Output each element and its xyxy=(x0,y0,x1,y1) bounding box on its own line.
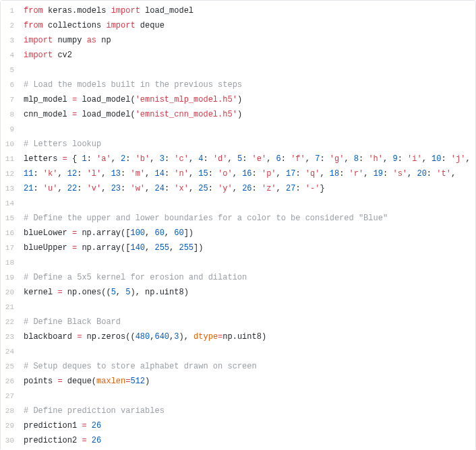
code-line[interactable]: prediction1 = 26 xyxy=(24,418,470,433)
token-plain: : xyxy=(87,154,96,164)
code-line[interactable]: # Letters lookup xyxy=(24,137,470,152)
token-str: '-' xyxy=(305,184,320,193)
token-plain: , xyxy=(276,169,286,179)
code-line[interactable]: import numpy as np xyxy=(24,33,470,48)
token-plain: , xyxy=(276,184,286,193)
code-line[interactable] xyxy=(24,300,470,315)
token-plain: load_model( xyxy=(77,110,135,119)
token-str: 'a' xyxy=(96,154,111,164)
code-line[interactable]: points = deque(maxlen=512) xyxy=(24,374,470,389)
token-num: 255 xyxy=(154,243,169,253)
token-plain: cnn_model xyxy=(24,110,72,119)
token-plain: : xyxy=(320,154,329,164)
token-str: 'w' xyxy=(130,184,145,193)
code-line[interactable]: # Define a 5x5 kernel for erosion and di… xyxy=(24,270,470,285)
line-number: 22 xyxy=(5,315,14,329)
token-op: = xyxy=(63,154,67,164)
token-str: 'n' xyxy=(174,169,189,179)
token-str: 'e' xyxy=(252,154,267,164)
code-line[interactable]: # Define Black Board xyxy=(24,315,470,329)
line-number: 13 xyxy=(5,181,14,196)
line-number: 14 xyxy=(5,196,14,211)
line-number: 4 xyxy=(5,48,14,63)
code-line[interactable]: letters = { 1: 'a', 2: 'b', 3: 'c', 4: '… xyxy=(24,152,470,166)
token-str: 'l' xyxy=(87,169,102,179)
token-str: 'f' xyxy=(291,154,305,164)
code-area[interactable]: from keras.models import load_modelfrom … xyxy=(21,1,475,450)
token-plain: np.zeros(( xyxy=(82,332,135,342)
code-line[interactable]: # Setup deques to store alphabet drawn o… xyxy=(24,359,470,374)
code-line[interactable]: blackboard = np.zeros((480,640,3), dtype… xyxy=(24,329,470,344)
line-number: 2 xyxy=(5,18,14,33)
code-line[interactable]: kernel = np.ones((5, 5), np.uint8) xyxy=(24,285,470,300)
code-line[interactable] xyxy=(24,122,470,137)
code-line[interactable]: # Define the upper and lower boundaries … xyxy=(24,211,470,226)
code-line[interactable]: 11: 'k', 12: 'l', 13: 'm', 14: 'n', 15: … xyxy=(24,166,470,181)
token-num: 140 xyxy=(130,243,145,253)
code-line[interactable] xyxy=(24,196,470,211)
token-plain: : xyxy=(121,169,130,179)
code-line[interactable] xyxy=(24,344,470,359)
line-number: 18 xyxy=(5,255,14,270)
token-plain: : xyxy=(208,169,218,179)
token-num: 11 xyxy=(24,169,33,179)
token-com: # Define prediction variables xyxy=(24,406,165,416)
token-kw: import xyxy=(24,36,53,45)
code-line[interactable]: 21: 'u', 22: 'v', 23: 'w', 24: 'x', 25: … xyxy=(24,181,470,196)
line-number: 20 xyxy=(5,285,14,300)
code-line[interactable] xyxy=(24,255,470,270)
token-plain: : xyxy=(208,184,218,193)
code-line[interactable]: cnn_model = load_model('emnist_cnn_model… xyxy=(24,107,470,122)
token-plain: , xyxy=(101,169,111,179)
token-plain: , xyxy=(111,154,121,164)
code-line[interactable]: prediction2 = 26 xyxy=(24,433,470,448)
code-line[interactable]: # Define prediction variables xyxy=(24,404,470,418)
token-plain: : xyxy=(33,169,42,179)
token-plain: ) xyxy=(237,95,242,104)
token-plain: , xyxy=(150,154,159,164)
code-line[interactable] xyxy=(24,63,470,77)
token-kw: from xyxy=(24,6,43,15)
code-line[interactable]: from keras.models import load_model xyxy=(24,3,470,18)
line-number: 11 xyxy=(5,152,14,166)
token-plain: prediction2 xyxy=(24,436,82,445)
token-num: 60 xyxy=(174,228,183,238)
token-plain: : xyxy=(359,154,368,164)
token-plain: , xyxy=(145,243,154,253)
code-line[interactable]: from collections import deque xyxy=(24,18,470,33)
code-line[interactable]: mlp_model = load_model('emnist_mlp_model… xyxy=(24,92,470,107)
token-str: 'y' xyxy=(218,184,233,193)
token-plain: , xyxy=(233,169,242,179)
token-plain: blueUpper xyxy=(24,243,72,253)
code-line[interactable] xyxy=(24,389,470,404)
token-plain: , xyxy=(465,154,470,164)
token-plain: , xyxy=(344,154,353,164)
code-line[interactable]: blueLower = np.array([100, 60, 60]) xyxy=(24,226,470,240)
code-editor[interactable]: 1234567891011121314151617181920212223242… xyxy=(0,0,476,450)
token-num: 20 xyxy=(417,169,426,179)
token-plain: : xyxy=(125,154,135,164)
code-line[interactable]: # Load the models built in the previous … xyxy=(24,77,470,92)
token-num: 8 xyxy=(354,154,359,164)
token-plain xyxy=(87,421,92,430)
token-plain: np xyxy=(96,36,111,45)
token-com: # Define Black Board xyxy=(24,317,121,327)
token-op: = xyxy=(57,377,62,386)
token-str: 'i' xyxy=(407,154,422,164)
token-plain: , xyxy=(57,184,67,193)
token-plain: ) xyxy=(145,377,150,386)
line-number: 12 xyxy=(5,166,14,181)
token-str: 'o' xyxy=(218,169,233,179)
token-com: # Setup deques to store alphabet drawn o… xyxy=(24,362,257,371)
code-line[interactable]: import cv2 xyxy=(24,48,470,63)
token-op: = xyxy=(82,436,86,445)
code-line[interactable]: blueUpper = np.array([140, 255, 255]) xyxy=(24,240,470,255)
token-plain: : xyxy=(295,169,305,179)
token-plain: : xyxy=(33,184,42,193)
token-str: 'b' xyxy=(136,154,150,164)
line-number-gutter: 1234567891011121314151617181920212223242… xyxy=(1,1,21,450)
token-com: # Define the upper and lower boundaries … xyxy=(24,214,388,223)
token-plain: np.array([ xyxy=(77,228,130,238)
line-number: 28 xyxy=(5,404,14,418)
token-plain: , xyxy=(189,154,198,164)
